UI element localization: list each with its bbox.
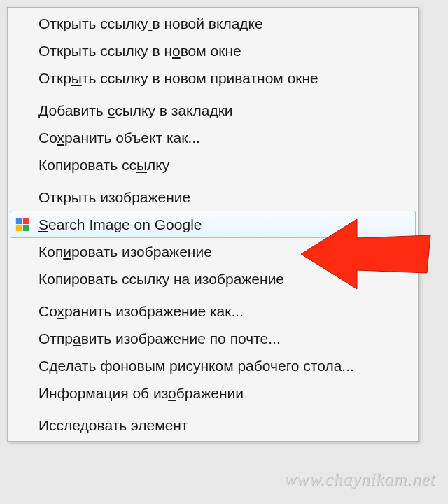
context-menu-item-label: Search Image on Google xyxy=(38,216,202,233)
svg-rect-0 xyxy=(16,218,22,223)
context-menu-item-label: Добавить ссылку в закладки xyxy=(38,102,233,119)
menu-separator xyxy=(36,409,414,410)
context-menu-item-label: Сделать фоновым рисунком рабочего стола.… xyxy=(38,358,354,374)
svg-rect-3 xyxy=(23,225,29,230)
context-menu-item[interactable]: Исследовать элемент xyxy=(10,412,416,439)
context-menu-item[interactable]: Добавить ссылку в закладки xyxy=(10,97,416,124)
context-menu-item[interactable]: Копировать ссылку xyxy=(10,151,416,178)
watermark-text: www.chaynikam.net xyxy=(284,469,435,490)
context-menu-item-label: Отправить изображение по почте... xyxy=(38,330,281,347)
context-menu-item-label: Копировать ссылку на изображение xyxy=(38,271,284,288)
context-menu-item[interactable]: Открыть ссылку в новой вкладке xyxy=(10,10,416,37)
context-menu-item[interactable]: Информация об изображении xyxy=(10,379,416,407)
context-menu-item-label: Сохранить изображение как... xyxy=(38,303,244,320)
context-menu-item[interactable]: Сохранить объект как... xyxy=(10,124,416,151)
context-menu-item-label: Копировать ссылку xyxy=(38,157,169,174)
context-menu-item-label: Открыть ссылку в новом приватном окне xyxy=(38,70,318,87)
context-menu-item[interactable]: Отправить изображение по почте... xyxy=(10,325,416,352)
context-menu-item[interactable]: Открыть ссылку в новом приватном окне xyxy=(10,64,416,92)
context-menu-item[interactable]: Сделать фоновым рисунком рабочего стола.… xyxy=(10,352,416,379)
svg-rect-2 xyxy=(16,225,22,230)
context-menu-item[interactable]: Копировать ссылку на изображение xyxy=(10,265,416,293)
svg-rect-1 xyxy=(23,218,29,223)
context-menu-item-label: Сохранить объект как... xyxy=(38,130,200,146)
context-menu-item-label: Открыть ссылку в новом окне xyxy=(38,43,241,59)
google-icon xyxy=(15,217,30,232)
context-menu-item-label: Копировать изображение xyxy=(38,244,212,260)
menu-separator xyxy=(36,181,414,181)
menu-separator xyxy=(36,295,414,295)
context-menu-item[interactable]: Открыть ссылку в новом окне xyxy=(10,37,416,64)
context-menu-item-label: Открыть ссылку в новой вкладке xyxy=(38,15,263,32)
context-menu-item[interactable]: Копировать изображение xyxy=(10,238,416,265)
menu-separator xyxy=(36,94,414,94)
context-menu-item[interactable]: Search Image on Google xyxy=(10,211,416,238)
context-menu-item-label: Информация об изображении xyxy=(38,385,244,402)
context-menu-item-label: Исследовать элемент xyxy=(38,417,188,434)
context-menu-item[interactable]: Сохранить изображение как... xyxy=(10,298,416,325)
context-menu-item[interactable]: Открыть изображение xyxy=(10,183,416,211)
context-menu-item-label: Открыть изображение xyxy=(38,189,190,206)
context-menu: Открыть ссылку в новой вкладкеОткрыть сс… xyxy=(7,7,419,442)
